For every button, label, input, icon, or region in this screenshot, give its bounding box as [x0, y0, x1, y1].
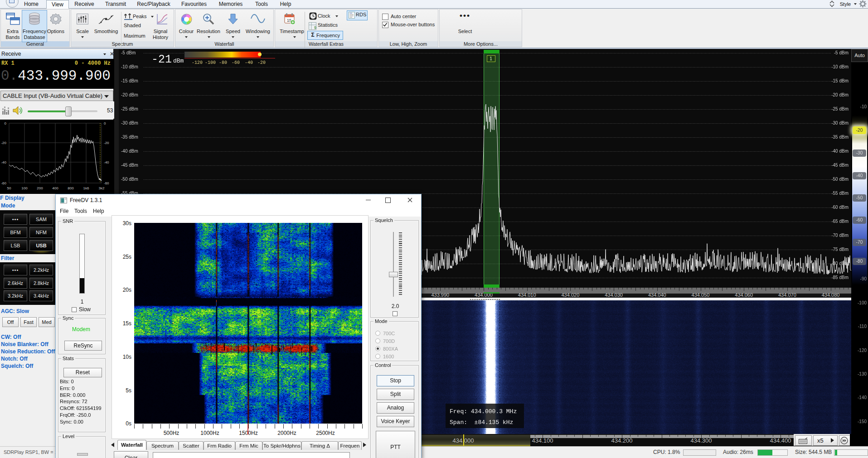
- svg-text:50: 50: [7, 186, 11, 190]
- svg-text:800: 800: [68, 186, 74, 190]
- svg-text:100: 100: [21, 186, 28, 190]
- svg-text:-20: -20: [1, 141, 6, 145]
- svg-text:-20: -20: [104, 141, 109, 145]
- svg-text:-40: -40: [104, 160, 109, 164]
- svg-text:400: 400: [52, 186, 58, 190]
- svg-text:0: 0: [104, 121, 106, 125]
- svg-text:3k2: 3k2: [99, 186, 105, 190]
- svg-text:0: 0: [5, 121, 7, 125]
- svg-text:200: 200: [37, 186, 43, 190]
- svg-text:-60: -60: [104, 181, 109, 185]
- svg-text:9: 9: [314, 25, 316, 30]
- svg-text:-60: -60: [1, 181, 6, 185]
- svg-text:-40: -40: [1, 160, 6, 164]
- svg-text:1k6: 1k6: [83, 186, 89, 190]
